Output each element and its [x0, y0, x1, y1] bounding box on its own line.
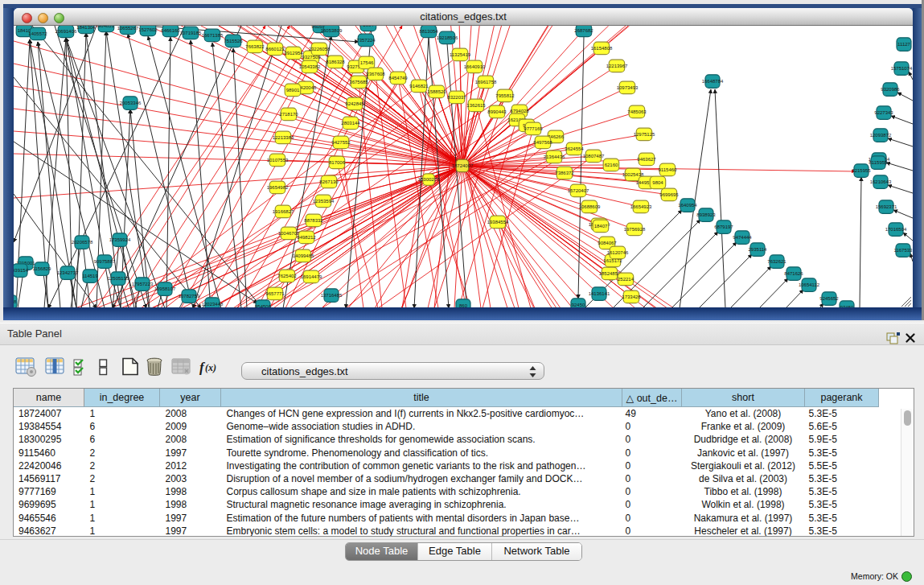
svg-text:15300275: 15300275 [418, 177, 440, 182]
svg-text:12213967: 12213967 [606, 64, 628, 68]
svg-text:19756928: 19756928 [624, 227, 646, 232]
svg-text:18407: 18407 [594, 224, 608, 229]
svg-text:19218506: 19218506 [437, 35, 458, 40]
svg-text:9115460: 9115460 [659, 167, 678, 172]
svg-text:17359924: 17359924 [109, 237, 131, 242]
svg-text:9463627: 9463627 [637, 157, 656, 162]
svg-text:10807487: 10807487 [583, 154, 605, 159]
svg-text:17016504: 17016504 [885, 227, 907, 232]
svg-text:7357224: 7357224 [356, 38, 376, 43]
svg-text:2718170: 2718170 [279, 112, 298, 117]
svg-text:17957223: 17957223 [132, 282, 154, 286]
svg-text:1362615: 1362615 [466, 103, 486, 108]
svg-text:92450: 92450 [572, 303, 585, 307]
svg-text:20691406: 20691406 [55, 29, 77, 34]
svg-text:16053809: 16053809 [321, 28, 343, 33]
svg-text:9777169: 9777169 [524, 126, 543, 131]
svg-text:8454749: 8454749 [388, 76, 408, 80]
svg-text:12213383: 12213383 [273, 135, 294, 140]
svg-text:21364436: 21364436 [544, 154, 565, 159]
svg-text:16120746: 16120746 [607, 250, 629, 255]
svg-text:10107553: 10107553 [267, 158, 289, 163]
svg-text:16654923: 16654923 [630, 204, 652, 209]
svg-text:20206578: 20206578 [72, 240, 93, 245]
svg-text:10719185: 10719185 [180, 31, 202, 35]
svg-text:17546: 17546 [360, 60, 374, 65]
svg-text:98901: 98901 [286, 88, 300, 93]
svg-text:11127: 11127 [897, 42, 910, 47]
svg-text:16154808: 16154808 [591, 46, 613, 51]
svg-text:10688609: 10688609 [579, 204, 601, 209]
svg-text:1167533: 1167533 [894, 248, 913, 253]
svg-text:6794028: 6794028 [510, 109, 529, 113]
svg-text:14136141: 14136141 [589, 291, 610, 296]
svg-text:12342737: 12342737 [57, 270, 79, 275]
svg-text:16648784: 16648784 [702, 79, 724, 84]
svg-text:1527602: 1527602 [138, 27, 158, 32]
svg-text:9084067: 9084067 [598, 241, 617, 245]
svg-text:9474444: 9474444 [733, 235, 752, 240]
svg-text:16640910: 16640910 [464, 64, 486, 69]
svg-text:19654982: 19654982 [267, 185, 289, 190]
svg-text:9657771: 9657771 [265, 291, 285, 296]
svg-text:10958107: 10958107 [154, 286, 176, 291]
svg-text:12023448: 12023448 [202, 302, 224, 307]
svg-text:14099485: 14099485 [293, 253, 314, 258]
svg-text:1156829: 1156829 [33, 266, 52, 271]
svg-text:12975125: 12975125 [634, 132, 655, 137]
svg-text:15720407: 15720407 [568, 188, 589, 193]
svg-text:10655267: 10655267 [117, 26, 139, 31]
svg-text:15751074: 15751074 [891, 66, 913, 71]
svg-text:7663822: 7663822 [245, 44, 265, 49]
svg-text:8267130: 8267130 [319, 179, 339, 184]
svg-text:9245652: 9245652 [819, 296, 839, 301]
svg-text:7632621: 7632621 [767, 259, 786, 264]
svg-text:8813054: 8813054 [419, 29, 438, 34]
svg-text:13716485: 13716485 [321, 293, 343, 298]
svg-text:10782759: 10782759 [179, 294, 200, 299]
svg-text:6879197: 6879197 [714, 225, 733, 229]
svg-text:1405572: 1405572 [28, 31, 47, 36]
svg-text:7485063: 7485063 [627, 109, 647, 114]
svg-text:7955812: 7955812 [495, 93, 515, 98]
svg-text:7386372: 7386372 [555, 171, 574, 175]
svg-text:9804: 9804 [652, 180, 663, 185]
svg-text:939154: 939154 [14, 268, 29, 273]
svg-text:8878332: 8878332 [304, 218, 323, 223]
svg-text:7515526: 7515526 [224, 39, 243, 43]
svg-text:8322037: 8322037 [447, 95, 466, 100]
svg-text:3912954: 3912954 [284, 51, 303, 56]
svg-text:2687682: 2687682 [574, 28, 593, 33]
svg-text:9146821: 9146821 [409, 84, 429, 89]
svg-text:9320986: 9320986 [881, 87, 900, 92]
svg-text:114519: 114519 [82, 274, 98, 278]
svg-text:2935114: 2935114 [749, 247, 768, 252]
svg-text:16210643: 16210643 [870, 179, 892, 184]
svg-text:8215955: 8215955 [852, 168, 871, 173]
svg-text:954506: 954506 [255, 304, 272, 307]
svg-text:62160: 62160 [605, 163, 618, 167]
svg-text:8660123: 8660123 [265, 47, 285, 51]
svg-text:16914479: 16914479 [301, 274, 322, 279]
svg-text:9427552: 9427552 [331, 140, 351, 145]
svg-text:7625402: 7625402 [277, 274, 297, 278]
svg-text:11325419: 11325419 [450, 52, 471, 57]
svg-text:3624554: 3624554 [565, 146, 584, 151]
svg-text:9227343: 9227343 [874, 110, 893, 115]
svg-text:19384554: 19384554 [487, 220, 509, 225]
svg-text:19166827: 19166827 [273, 209, 294, 214]
svg-text:(x): (x) [205, 362, 216, 373]
svg-text:9242845: 9242845 [345, 101, 364, 106]
svg-text:12505135: 12505135 [108, 276, 129, 281]
svg-text:10973493: 10973493 [617, 85, 639, 90]
svg-text:817006: 817006 [329, 160, 346, 165]
svg-text:1841304: 1841304 [76, 26, 96, 30]
svg-text:23226058: 23226058 [309, 47, 331, 51]
svg-text:97450: 97450 [840, 305, 854, 307]
svg-text:15692371: 15692371 [876, 204, 897, 209]
svg-text:2367608: 2367608 [366, 72, 385, 76]
svg-text:8186328: 8186328 [326, 60, 345, 64]
svg-text:252214: 252214 [618, 277, 634, 282]
svg-text:16671385: 16671385 [202, 33, 224, 38]
svg-text:2803144: 2803144 [341, 121, 360, 126]
